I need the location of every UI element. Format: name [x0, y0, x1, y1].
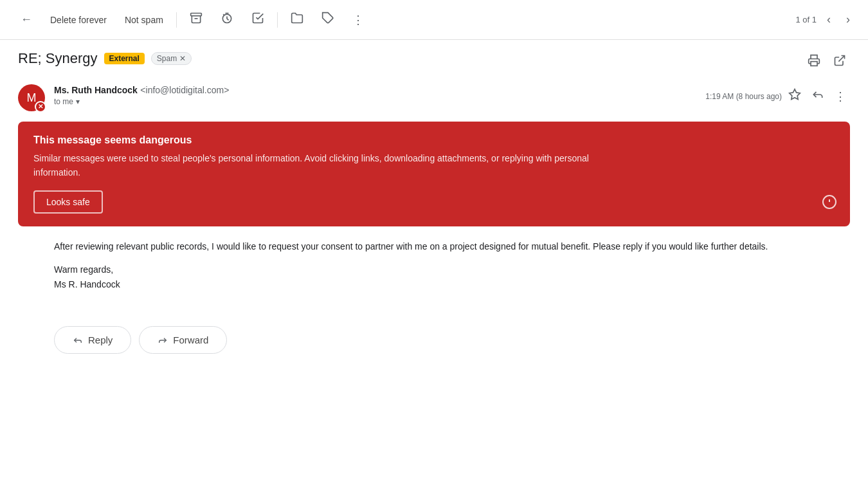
print-icon: [808, 54, 820, 67]
more-sender-icon: ⋮: [835, 90, 846, 103]
prev-icon: ‹: [827, 13, 831, 26]
move-icon: [291, 12, 303, 28]
star-button[interactable]: [784, 84, 805, 108]
danger-desc: Similar messages were used to steal peop…: [33, 151, 612, 180]
warm-regards: Warm regards,: [54, 264, 113, 275]
page-info: 1 of 1: [795, 15, 817, 24]
clock-icon: [221, 12, 233, 28]
external-badge: External: [104, 53, 145, 64]
archive-button[interactable]: [182, 6, 210, 33]
more-sender-button[interactable]: ⋮: [831, 86, 850, 107]
email-body: After reviewing relevant public records,…: [0, 234, 868, 311]
svg-line-5: [838, 56, 844, 62]
body-signature1: Warm regards, Ms R. Handcock: [54, 262, 850, 293]
snooze-button[interactable]: [213, 6, 241, 33]
email-header-actions: [804, 50, 850, 74]
tasks-icon: [251, 12, 264, 28]
svg-marker-6: [790, 89, 800, 100]
forward-label: Forward: [173, 334, 208, 345]
star-icon: [788, 88, 801, 101]
open-new-button[interactable]: [829, 50, 850, 74]
sender-sig: Ms R. Handcock: [54, 279, 120, 289]
label-button[interactable]: [314, 6, 342, 33]
label-icon: [321, 12, 334, 28]
email-subject: RE; Synergy External Spam ✕: [18, 50, 804, 67]
svg-rect-4: [811, 62, 817, 66]
back-icon: ←: [21, 13, 32, 26]
open-new-icon: [833, 54, 846, 67]
next-icon: ›: [846, 13, 850, 26]
archive-icon: [190, 12, 203, 28]
danger-banner: This message seems dangerous Similar mes…: [18, 122, 850, 226]
avatar-warning: ✕: [35, 101, 46, 113]
sender-name-line: Ms. Ruth Handcock <info@lotidigital.com>: [54, 84, 696, 96]
chevron-down-icon: ▾: [76, 97, 80, 106]
looks-safe-button[interactable]: Looks safe: [33, 190, 103, 214]
delete-forever-button[interactable]: Delete forever: [42, 10, 114, 30]
body-paragraph1: After reviewing relevant public records,…: [54, 239, 850, 255]
move-to-button[interactable]: [283, 6, 311, 33]
more-vert-icon: ⋮: [352, 13, 364, 27]
back-button[interactable]: ←: [13, 8, 40, 32]
not-spam-button[interactable]: Not spam: [117, 10, 171, 30]
email-header: RE; Synergy External Spam ✕: [0, 40, 868, 79]
danger-title: This message seems dangerous: [33, 134, 835, 146]
page-nav: 1 of 1 ‹ ›: [795, 10, 855, 29]
divider1: [176, 12, 177, 28]
info-icon[interactable]: [822, 194, 837, 214]
avatar-initial: M: [27, 91, 37, 105]
not-spam-label: Not spam: [125, 15, 163, 25]
print-button[interactable]: [804, 50, 824, 74]
prev-button[interactable]: ‹: [822, 10, 836, 29]
reply-label: Reply: [88, 334, 113, 345]
svg-rect-0: [191, 14, 202, 16]
forward-action-button[interactable]: Forward: [139, 326, 227, 354]
reply-icon-header: [811, 88, 824, 101]
avatar: M ✕: [18, 84, 45, 111]
forward-action-icon: [158, 335, 168, 345]
sender-row: M ✕ Ms. Ruth Handcock <info@lotidigital.…: [0, 79, 868, 119]
next-button[interactable]: ›: [841, 10, 855, 29]
add-to-tasks-button[interactable]: [244, 6, 272, 33]
delete-forever-label: Delete forever: [50, 15, 107, 25]
sender-name: Ms. Ruth Handcock: [54, 85, 138, 95]
reply-button-header[interactable]: [808, 84, 828, 108]
to-label: to me: [54, 97, 73, 106]
reply-action-icon: [73, 335, 83, 345]
spam-badge-close[interactable]: ✕: [179, 54, 186, 63]
subject-text: RE; Synergy: [18, 50, 98, 67]
toolbar: ← Delete forever Not spam ⋮ 1 of 1: [0, 0, 868, 40]
sender-to[interactable]: to me ▾: [54, 97, 696, 106]
more-actions-button[interactable]: ⋮: [345, 8, 372, 32]
sender-email: <info@lotidigital.com>: [140, 85, 229, 95]
divider2: [277, 12, 278, 28]
timestamp: 1:19 AM (8 hours ago): [705, 92, 782, 101]
spam-badge-label: Spam: [157, 54, 177, 63]
sender-actions: 1:19 AM (8 hours ago) ⋮: [705, 84, 850, 108]
reply-action-button[interactable]: Reply: [54, 326, 131, 354]
action-row: Reply Forward: [0, 311, 868, 374]
sender-info: Ms. Ruth Handcock <info@lotidigital.com>…: [54, 84, 696, 106]
spam-badge: Spam ✕: [151, 52, 192, 65]
